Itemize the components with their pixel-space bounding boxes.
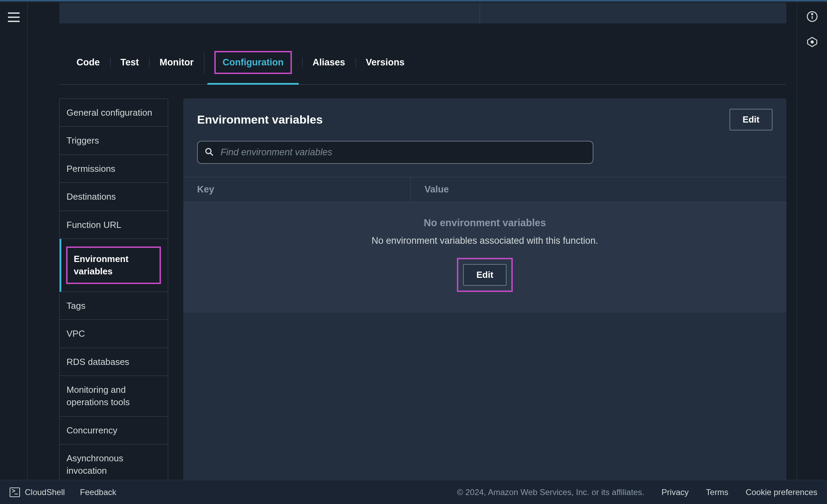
tab-monitor[interactable]: Monitor bbox=[149, 47, 204, 78]
main-content: Code Test Monitor Configuration Aliases … bbox=[28, 2, 797, 480]
menu-toggle-icon[interactable] bbox=[8, 12, 20, 22]
column-key[interactable]: Key bbox=[183, 177, 411, 202]
cloudshell-icon bbox=[10, 487, 20, 497]
sidebar-item-permissions[interactable]: Permissions bbox=[60, 155, 168, 183]
sidebar-item-vpc[interactable]: VPC bbox=[60, 320, 168, 348]
footer: CloudShell Feedback © 2024, Amazon Web S… bbox=[0, 480, 827, 504]
tab-test[interactable]: Test bbox=[110, 47, 150, 78]
tab-configuration[interactable]: Configuration bbox=[204, 41, 302, 84]
sidebar-item-concurrency[interactable]: Concurrency bbox=[60, 417, 168, 444]
feedback-link[interactable]: Feedback bbox=[80, 487, 116, 497]
svg-line-1 bbox=[211, 153, 213, 155]
sidebar-item-monitoring-ops[interactable]: Monitoring and operations tools bbox=[60, 376, 168, 417]
sidebar-item-function-url[interactable]: Function URL bbox=[60, 211, 168, 239]
column-value[interactable]: Value bbox=[411, 177, 786, 202]
config-side-nav: General configuration Triggers Permissio… bbox=[59, 98, 168, 480]
empty-subtitle: No environment variables associated with… bbox=[197, 235, 773, 246]
terms-link[interactable]: Terms bbox=[706, 487, 728, 497]
empty-edit-button[interactable]: Edit bbox=[463, 264, 506, 286]
search-icon bbox=[205, 147, 214, 158]
sidebar-item-triggers[interactable]: Triggers bbox=[60, 127, 168, 155]
info-icon[interactable] bbox=[806, 10, 818, 23]
function-tabs: Code Test Monitor Configuration Aliases … bbox=[59, 41, 786, 85]
svg-point-4 bbox=[811, 13, 813, 14]
edit-button[interactable]: Edit bbox=[729, 109, 773, 130]
copyright-text: © 2024, Amazon Web Services, Inc. or its… bbox=[457, 487, 644, 497]
tab-versions[interactable]: Versions bbox=[356, 47, 415, 78]
sidebar-item-environment-variables[interactable]: Environment variables bbox=[60, 239, 168, 292]
env-vars-panel: Environment variables Edit Key Value bbox=[183, 98, 786, 480]
sidebar-item-rds-databases[interactable]: RDS databases bbox=[60, 348, 168, 376]
right-rail bbox=[797, 2, 827, 480]
sidebar-item-tags[interactable]: Tags bbox=[60, 292, 168, 320]
cookie-preferences-link[interactable]: Cookie preferences bbox=[746, 487, 817, 497]
empty-title: No environment variables bbox=[197, 217, 773, 229]
cloudshell-button[interactable]: CloudShell bbox=[10, 487, 65, 497]
search-input[interactable] bbox=[197, 141, 593, 164]
sidebar-item-general-configuration[interactable]: General configuration bbox=[60, 99, 168, 127]
left-rail bbox=[0, 2, 28, 480]
panel-title: Environment variables bbox=[197, 113, 323, 126]
sidebar-item-destinations[interactable]: Destinations bbox=[60, 183, 168, 211]
security-icon[interactable] bbox=[806, 36, 818, 48]
empty-state: No environment variables No environment … bbox=[183, 202, 786, 313]
svg-point-6 bbox=[811, 41, 813, 43]
sidebar-item-async-invocation[interactable]: Asynchronous invocation bbox=[60, 444, 168, 480]
privacy-link[interactable]: Privacy bbox=[662, 487, 689, 497]
function-header-bar bbox=[59, 3, 786, 23]
tab-aliases[interactable]: Aliases bbox=[302, 47, 356, 78]
tab-code[interactable]: Code bbox=[66, 47, 110, 78]
env-vars-table-header: Key Value bbox=[183, 177, 786, 202]
